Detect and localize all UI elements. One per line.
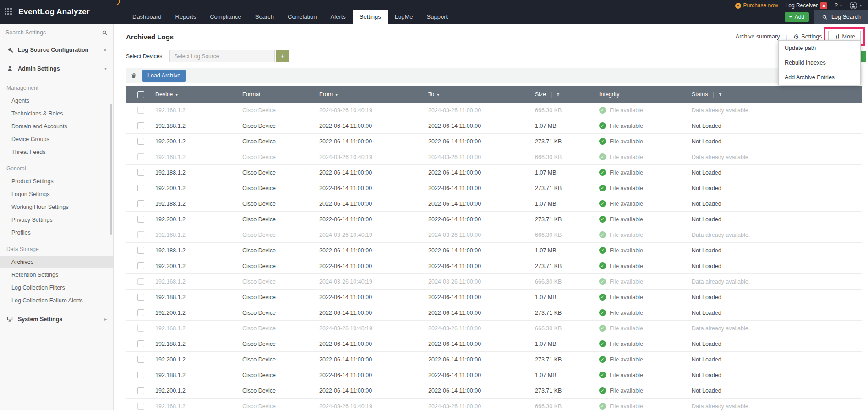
row-checkbox[interactable] — [137, 278, 144, 285]
table-row[interactable]: 192.188.1.2Cisco Device2022-06-14 11:00:… — [126, 118, 862, 134]
sidebar-item-system-settings[interactable]: System Settings ▸ — [0, 310, 113, 328]
table-row[interactable]: 192.188.1.2Cisco Device2022-06-14 11:00:… — [126, 367, 862, 383]
select-all-checkbox[interactable] — [137, 91, 144, 98]
sidebar-item-threat-feeds[interactable]: Threat Feeds — [0, 146, 113, 159]
cell-from: 2022-06-14 11:00:00 — [319, 169, 428, 176]
sidebar-item-product-settings[interactable]: Product Settings — [0, 175, 113, 188]
log-receiver-link[interactable]: Log Receiver — [786, 2, 828, 9]
filter-icon[interactable] — [718, 92, 723, 97]
col-header-from[interactable]: From▼ — [319, 91, 428, 98]
sidebar-item-log-collection-failure-alerts[interactable]: Log Collection Failure Alerts — [0, 294, 113, 307]
select-log-source-input[interactable] — [169, 50, 275, 62]
purchase-now-link[interactable]: Purchase now — [735, 2, 778, 9]
menu-item-rebuild-indexes[interactable]: Rebuild Indexes — [779, 55, 860, 70]
table-row[interactable]: 192.188.1.2Cisco Device2022-06-14 11:00:… — [126, 336, 862, 352]
table-row[interactable]: 192.168.1.2Cisco Device2024-03-26 10:40:… — [126, 227, 862, 243]
sort-desc-icon[interactable]: ▼ — [437, 93, 440, 97]
search-settings-input[interactable] — [5, 29, 102, 36]
sidebar-item-logon-settings[interactable]: Logon Settings — [0, 188, 113, 201]
sidebar-item-log-source-configuration[interactable]: Log Source Configuration ▸ — [0, 40, 113, 59]
add-button[interactable]: + Add — [785, 12, 809, 22]
row-checkbox[interactable] — [137, 387, 144, 394]
row-checkbox[interactable] — [137, 169, 144, 176]
notification-badge[interactable] — [820, 2, 827, 9]
table-row[interactable]: 192.188.1.2Cisco Device2022-06-14 11:00:… — [126, 290, 862, 305]
row-checkbox[interactable] — [137, 200, 144, 207]
sidebar-item-domain-and-accounts[interactable]: Domain and Accounts — [0, 120, 113, 133]
table-row[interactable]: 192.200.1.2Cisco Device2022-06-14 11:00:… — [126, 180, 862, 196]
tab-compliance[interactable]: Compliance — [203, 10, 248, 24]
menu-item-add-archive-entries[interactable]: Add Archive Entries — [779, 70, 860, 85]
row-checkbox[interactable] — [137, 309, 144, 316]
sidebar-item-admin-settings[interactable]: Admin Settings ▾ — [0, 59, 113, 78]
row-checkbox[interactable] — [137, 403, 144, 410]
user-menu[interactable]: ▾ — [849, 1, 862, 10]
tab-reports[interactable]: Reports — [169, 10, 203, 24]
table-row[interactable]: 192.168.1.2Cisco Device2024-03-26 10:40:… — [126, 149, 862, 165]
col-header-to[interactable]: To▼ — [428, 91, 535, 98]
table-row[interactable]: 192.200.1.2Cisco Device2022-06-14 11:00:… — [126, 258, 862, 274]
table-row[interactable]: 192.188.1.2Cisco Device2022-06-14 11:00:… — [126, 243, 862, 258]
row-checkbox[interactable] — [137, 372, 144, 378]
table-row[interactable]: 192.168.1.2Cisco Device2024-03-26 10:40:… — [126, 321, 862, 336]
table-row[interactable]: 192.200.1.2Cisco Device2022-06-14 11:00:… — [126, 212, 862, 227]
tab-settings[interactable]: Settings — [353, 10, 388, 24]
sidebar-item-log-collection-filters[interactable]: Log Collection Filters — [0, 281, 113, 294]
sidebar-item-retention-settings[interactable]: Retention Settings — [0, 268, 113, 281]
table-row[interactable]: 192.200.1.2Cisco Device2022-06-14 11:00:… — [126, 352, 862, 367]
archive-summary-link[interactable]: Archive summary — [736, 33, 780, 40]
menu-item-update-path[interactable]: Update path — [779, 41, 860, 55]
row-checkbox[interactable] — [137, 325, 144, 332]
row-checkbox[interactable] — [137, 107, 144, 114]
tab-dashboard[interactable]: Dashboard — [126, 10, 169, 24]
sidebar-item-privacy-settings[interactable]: Privacy Settings — [0, 213, 113, 226]
row-checkbox[interactable] — [137, 138, 144, 145]
sidebar-scrollbar[interactable] — [110, 104, 112, 235]
row-checkbox[interactable] — [137, 247, 144, 254]
row-checkbox[interactable] — [137, 185, 144, 191]
table-row[interactable]: 192.200.1.2Cisco Device2022-06-14 11:00:… — [126, 305, 862, 321]
sidebar-item-agents[interactable]: Agents — [0, 94, 113, 107]
add-device-button[interactable]: + — [276, 50, 289, 62]
row-checkbox[interactable] — [137, 231, 144, 238]
sort-desc-icon[interactable]: ▼ — [175, 93, 178, 97]
table-row[interactable]: 192.168.1.2Cisco Device2024-03-26 10:40:… — [126, 103, 862, 118]
sidebar-item-profiles[interactable]: Profiles — [0, 226, 113, 239]
col-header-format[interactable]: Format — [242, 91, 319, 98]
row-checkbox[interactable] — [137, 356, 144, 363]
tab-logme[interactable]: LogMe — [388, 10, 420, 24]
help-menu[interactable]: ? ▾ — [835, 2, 842, 9]
row-checkbox[interactable] — [137, 153, 144, 160]
row-checkbox[interactable] — [137, 340, 144, 347]
load-archive-button[interactable]: Load Archive — [142, 70, 186, 82]
log-search-button[interactable]: Log Search — [814, 10, 868, 24]
table-row[interactable]: 192.168.1.2Cisco Device2024-03-26 10:40:… — [126, 399, 862, 410]
apps-grid-icon[interactable] — [5, 8, 13, 16]
table-row[interactable]: 192.200.1.2Cisco Device2022-06-14 11:00:… — [126, 383, 862, 399]
tab-search[interactable]: Search — [248, 10, 281, 24]
filter-icon[interactable] — [556, 92, 561, 97]
row-checkbox[interactable] — [137, 122, 144, 129]
col-header-size[interactable]: Size | — [535, 91, 599, 98]
col-header-device[interactable]: Device▼ — [155, 91, 242, 98]
tab-alerts[interactable]: Alerts — [324, 10, 353, 24]
cell-device: 192.168.1.2 — [155, 232, 242, 238]
delete-button[interactable] — [131, 72, 137, 79]
col-header-status[interactable]: Status | — [692, 91, 862, 98]
table-row[interactable]: 192.188.1.2Cisco Device2022-06-14 11:00:… — [126, 165, 862, 180]
sort-desc-icon[interactable]: ▼ — [335, 93, 338, 97]
sidebar-item-working-hour-settings[interactable]: Working Hour Settings — [0, 201, 113, 213]
row-checkbox[interactable] — [137, 294, 144, 301]
tab-correlation[interactable]: Correlation — [281, 10, 324, 24]
search-icon[interactable] — [102, 30, 108, 36]
tab-support[interactable]: Support — [420, 10, 455, 24]
table-row[interactable]: 192.188.1.2Cisco Device2022-06-14 11:00:… — [126, 196, 862, 212]
sidebar-item-device-groups[interactable]: Device Groups — [0, 133, 113, 146]
sidebar-item-archives[interactable]: Archives — [0, 256, 113, 268]
sidebar-item-technicians-roles[interactable]: Technicians & Roles — [0, 107, 113, 120]
table-row[interactable]: 192.168.1.2Cisco Device2024-03-26 10:40:… — [126, 274, 862, 290]
archive-settings-button[interactable]: ⚙ Settings — [793, 33, 822, 40]
row-checkbox[interactable] — [137, 262, 144, 269]
row-checkbox[interactable] — [137, 216, 144, 223]
table-row[interactable]: 192.200.1.2Cisco Device2022-06-14 11:00:… — [126, 134, 862, 149]
